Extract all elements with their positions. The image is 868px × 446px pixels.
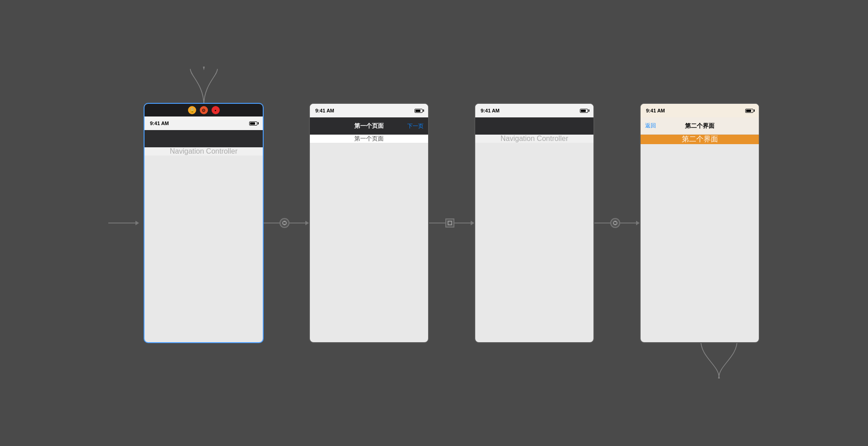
battery-icon-1 bbox=[249, 121, 257, 126]
svg-marker-0 bbox=[203, 67, 205, 70]
battery-icon-4 bbox=[745, 109, 753, 113]
nav-left-4[interactable]: 返回 bbox=[645, 122, 656, 130]
entry-line bbox=[108, 223, 135, 223]
nav-bar-4: 返回 第二个界面 bbox=[641, 117, 759, 135]
battery-fill-3 bbox=[581, 110, 586, 112]
bottom-connector-arrow bbox=[692, 339, 746, 379]
time-3: 9:41 AM bbox=[481, 108, 500, 113]
conn-icon-1-svg bbox=[282, 220, 287, 226]
connector-1 bbox=[264, 218, 309, 228]
body-label-1: Navigation Controller bbox=[170, 147, 237, 155]
nav-bar-1 bbox=[145, 130, 263, 147]
screen-body-1: Navigation Controller bbox=[145, 147, 263, 155]
screen-3-container: 9:41 AM Navigation Controller bbox=[474, 103, 594, 343]
battery-4 bbox=[745, 109, 753, 113]
status-bar-2: 9:41 AM bbox=[310, 104, 428, 117]
entry-arrow bbox=[108, 221, 139, 225]
icon-bar: 🔒 ⚙ ▪ bbox=[145, 104, 263, 116]
nav-controller-1-frame[interactable]: 🔒 ⚙ ▪ 9:41 AM bbox=[144, 103, 264, 343]
red-icon: ▪ bbox=[212, 106, 220, 114]
battery-fill-1 bbox=[250, 122, 255, 125]
storyboard: 🔒 ⚙ ▪ 9:41 AM bbox=[108, 103, 760, 343]
screen-4-container: 9:41 AM 返回 第二个界面 第二个界面 bbox=[640, 103, 760, 343]
connector-2 bbox=[429, 218, 474, 228]
body-label-2: 第一个页面 bbox=[354, 135, 384, 143]
conn-icon-2-svg bbox=[447, 220, 453, 226]
time-2: 9:41 AM bbox=[315, 108, 334, 113]
conn-line-1a bbox=[264, 223, 280, 223]
battery-3 bbox=[580, 109, 588, 113]
conn-line-2a bbox=[429, 223, 445, 223]
conn-icon-2 bbox=[445, 218, 454, 228]
connector-3 bbox=[594, 218, 640, 228]
self-reference-arrow bbox=[181, 67, 227, 107]
nav-right-2[interactable]: 下一页 bbox=[407, 122, 424, 130]
battery-1 bbox=[249, 121, 257, 126]
conn-line-2b bbox=[454, 223, 471, 223]
conn-icon-3 bbox=[610, 218, 620, 228]
conn-arrow-1 bbox=[305, 221, 309, 225]
second-page-frame[interactable]: 9:41 AM 返回 第二个界面 第二个界面 bbox=[640, 103, 760, 343]
orange-icon: ⚙ bbox=[200, 106, 208, 114]
screen-1-container: 🔒 ⚙ ▪ 9:41 AM bbox=[144, 103, 264, 343]
nav-controller-2-frame[interactable]: 9:41 AM Navigation Controller bbox=[474, 103, 594, 343]
conn-line-3a bbox=[594, 223, 610, 223]
canvas: 🔒 ⚙ ▪ 9:41 AM bbox=[0, 0, 868, 446]
time-4: 9:41 AM bbox=[646, 108, 665, 113]
conn-line-3b bbox=[620, 223, 636, 223]
nav-bar-3 bbox=[475, 117, 593, 135]
screen-2-container: 9:41 AM 第一个页面 下一页 第一个页面 bbox=[309, 103, 429, 343]
yellow-icon: 🔒 bbox=[188, 106, 196, 114]
svg-marker-8 bbox=[718, 375, 720, 378]
conn-line-1b bbox=[289, 223, 305, 223]
conn-arrow-2 bbox=[471, 221, 474, 225]
battery-2 bbox=[415, 109, 423, 113]
conn-icon-3-svg bbox=[612, 220, 618, 226]
status-bar-4: 9:41 AM bbox=[641, 104, 759, 117]
screen-body-3: Navigation Controller bbox=[475, 135, 593, 143]
nav-bar-2: 第一个页面 下一页 bbox=[310, 117, 428, 135]
status-bar-1: 9:41 AM bbox=[145, 116, 263, 130]
first-page-frame[interactable]: 9:41 AM 第一个页面 下一页 第一个页面 bbox=[309, 103, 429, 343]
nav-title-2: 第一个页面 bbox=[354, 122, 384, 130]
battery-fill-4 bbox=[746, 110, 751, 112]
nav-title-4: 第二个界面 bbox=[685, 122, 714, 130]
status-bar-3: 9:41 AM bbox=[475, 104, 593, 117]
body-label-3: Navigation Controller bbox=[501, 135, 568, 143]
time-1: 9:41 AM bbox=[150, 121, 169, 126]
entry-arrowhead bbox=[135, 221, 139, 225]
conn-arrow-3 bbox=[636, 221, 640, 225]
screen-body-4: 第二个界面 bbox=[641, 135, 759, 144]
svg-rect-4 bbox=[448, 221, 452, 225]
battery-icon-2 bbox=[415, 109, 423, 113]
conn-icon-1 bbox=[280, 218, 289, 228]
body-label-4: 第二个界面 bbox=[682, 135, 718, 144]
screen-body-2: 第一个页面 bbox=[310, 135, 428, 143]
battery-icon-3 bbox=[580, 109, 588, 113]
battery-fill-2 bbox=[415, 110, 420, 112]
